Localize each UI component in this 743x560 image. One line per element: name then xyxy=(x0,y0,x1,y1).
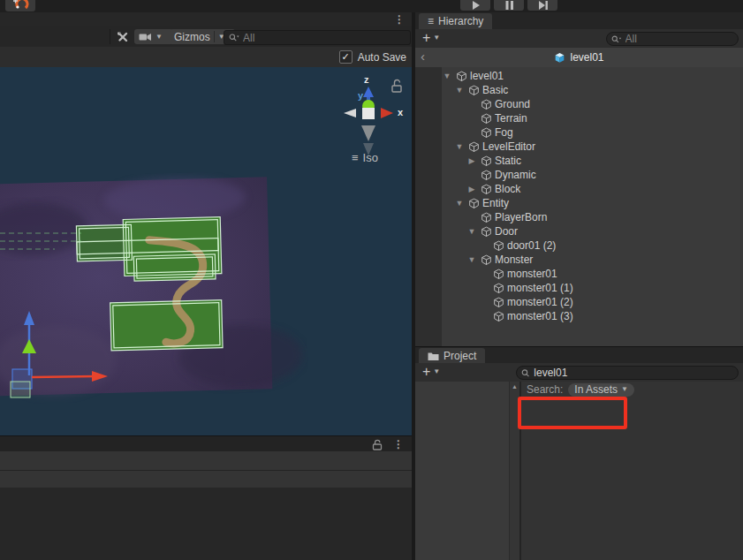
expander-open-icon[interactable]: ▼ xyxy=(466,255,477,264)
hierarchy-search-input[interactable] xyxy=(625,33,733,45)
hierarchy-tree-item[interactable]: Fog xyxy=(415,125,743,140)
item-label: monster01 (2) xyxy=(507,296,573,308)
search-scope-label: Search: xyxy=(527,383,563,396)
scroll-up-arrow-icon[interactable]: ▲ xyxy=(512,383,518,390)
scene-tools-button[interactable] xyxy=(115,29,131,44)
unlock-icon xyxy=(392,80,401,93)
projection-mode-toggle[interactable]: ≡ Iso xyxy=(352,151,378,164)
scene-tab-strip: ⋮ xyxy=(0,12,412,27)
item-label: door01 (2) xyxy=(507,239,556,252)
item-label: Fog xyxy=(495,126,513,139)
expander-open-icon[interactable]: ▼ xyxy=(442,72,452,80)
cube-icon xyxy=(480,254,492,266)
hierarchy-tree-item[interactable]: monster01 xyxy=(415,267,743,281)
project-search-input[interactable] xyxy=(534,367,733,379)
axis-x-label: x xyxy=(398,107,403,117)
hierarchy-tree-item[interactable]: ▶ Static xyxy=(415,154,743,168)
cube-icon xyxy=(480,98,492,110)
expander-closed-icon[interactable]: ▶ xyxy=(466,156,477,165)
hierarchy-tree-item[interactable]: ▼ Basic xyxy=(415,83,743,97)
add-object-button[interactable]: + ▼ xyxy=(422,31,440,45)
item-label: level01 xyxy=(470,70,504,82)
tab-hierarchy[interactable]: ≡ Hierarchy xyxy=(419,13,492,29)
hierarchy-tree-item[interactable]: Terrain xyxy=(415,111,743,125)
breadcrumb[interactable]: level01 xyxy=(415,48,743,67)
cube-icon xyxy=(481,170,492,181)
bottom-panel-header: ⋮ xyxy=(0,435,412,452)
hierarchy-icon: ≡ xyxy=(428,15,434,27)
item-label: Block xyxy=(495,183,520,195)
panel-menu-kebab-icon[interactable]: ⋮ xyxy=(393,438,404,450)
item-label: monster01 (3) xyxy=(507,310,573,322)
hierarchy-tree-item[interactable]: PlayerBorn xyxy=(415,210,743,224)
cube-icon xyxy=(456,71,467,82)
hierarchy-tree-item[interactable]: monster01 (3) xyxy=(415,309,743,323)
scene-search-field[interactable] xyxy=(224,30,411,45)
cube-icon xyxy=(480,211,492,223)
cube-icon xyxy=(468,141,480,153)
hierarchy-tree-item[interactable]: ▼ Monster xyxy=(415,253,743,267)
cube-icon xyxy=(481,212,492,223)
auto-save-checkbox[interactable] xyxy=(339,50,353,64)
expander-open-icon[interactable]: ▼ xyxy=(454,142,465,151)
tab-project[interactable]: Project xyxy=(419,348,485,364)
cube-icon xyxy=(481,127,492,139)
item-label: Terrain xyxy=(495,112,527,125)
hierarchy-tree-item[interactable]: ▼ LevelEditor xyxy=(415,140,743,154)
hierarchy-tree-item[interactable]: Ground xyxy=(415,97,743,111)
item-label: Static xyxy=(495,155,521,167)
scene-render xyxy=(0,67,412,435)
cube-icon xyxy=(492,268,504,280)
add-asset-button[interactable]: + ▼ xyxy=(422,365,440,379)
unity-editor-window: ⋮ ▼ Gizmos ▼ xyxy=(0,0,743,560)
expander-closed-icon[interactable]: ▶ xyxy=(466,185,477,193)
cube-icon xyxy=(493,269,504,280)
project-folder-tree xyxy=(415,382,509,560)
hierarchy-tree-item[interactable]: ▼ Door xyxy=(415,224,743,238)
cube-icon xyxy=(480,225,492,238)
search-scope-dropdown[interactable]: In Assets ▼ xyxy=(568,383,634,397)
cube-icon xyxy=(492,282,504,294)
scene-menu-kebab-icon[interactable]: ⋮ xyxy=(394,13,405,26)
cube-icon xyxy=(493,297,504,308)
expander-open-icon[interactable]: ▼ xyxy=(466,227,477,236)
cube-icon xyxy=(481,184,492,195)
wrench-icon xyxy=(117,31,129,43)
cube-icon xyxy=(468,85,480,96)
prefab-breadcrumb-bar: ‹ level01 xyxy=(415,48,743,68)
hierarchy-search-field[interactable] xyxy=(606,32,739,46)
chevron-down-icon: ▼ xyxy=(433,368,440,375)
hierarchy-tree-item[interactable]: monster01 (1) xyxy=(415,281,743,295)
hierarchy-tree-item[interactable]: Dynamic xyxy=(415,168,743,182)
step-button[interactable] xyxy=(527,0,557,11)
hierarchy-tree-item[interactable]: ▼ Entity xyxy=(415,196,743,210)
hierarchy-tree-item[interactable]: door01 (2) xyxy=(415,238,743,253)
chevron-down-icon: ▼ xyxy=(155,34,163,41)
cube-icon xyxy=(481,226,492,238)
expander-open-icon[interactable]: ▼ xyxy=(454,199,465,208)
item-label: PlayerBorn xyxy=(495,211,547,223)
scene-view-toolbar: ▼ Gizmos ▼ xyxy=(0,26,412,48)
scene-search-input[interactable] xyxy=(243,32,406,44)
scene-view[interactable]: z y x ≡ Iso xyxy=(0,67,412,435)
cube-icon xyxy=(481,113,492,125)
item-label: LevelEditor xyxy=(482,140,535,153)
collab-button[interactable] xyxy=(5,0,35,11)
hierarchy-tree-item[interactable]: ▶ Block xyxy=(415,182,743,196)
hierarchy-tree-item[interactable]: ▼ level01 xyxy=(415,69,743,83)
play-icon xyxy=(469,0,482,11)
project-body: ▲ Search: In Assets ▼ xyxy=(415,382,743,560)
unlock-icon[interactable] xyxy=(371,439,383,450)
play-button[interactable] xyxy=(460,0,490,11)
hierarchy-toolbar: + ▼ xyxy=(415,29,743,49)
bottom-panel-row xyxy=(0,471,412,488)
cube-icon xyxy=(481,99,492,110)
cube-icon xyxy=(467,197,480,209)
project-search-field[interactable] xyxy=(516,366,739,380)
scene-camera-button[interactable]: ▼ xyxy=(134,29,173,44)
step-icon xyxy=(536,0,550,11)
expander-open-icon[interactable]: ▼ xyxy=(454,86,465,95)
pause-button[interactable] xyxy=(494,0,524,11)
hierarchy-tree-item[interactable]: monster01 (2) xyxy=(415,295,743,309)
active-tab-indicator xyxy=(419,348,485,350)
